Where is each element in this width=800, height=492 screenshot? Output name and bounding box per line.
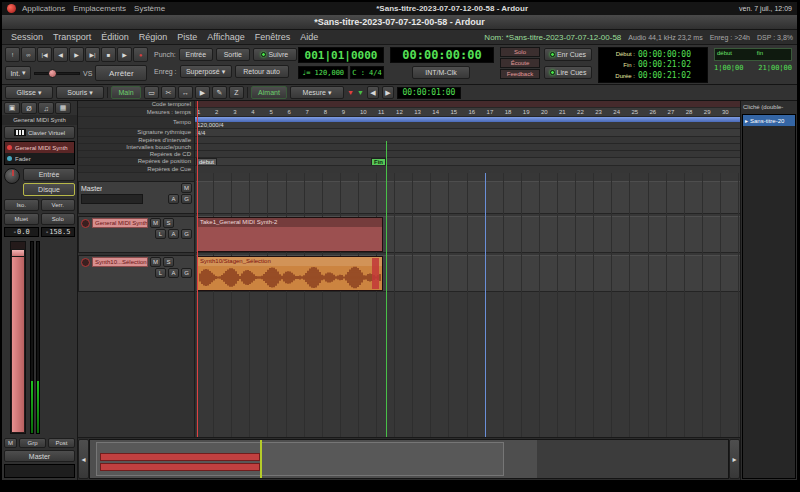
track-name-entry[interactable]: General MIDI Synth xyxy=(92,218,148,228)
snapshot-list-item[interactable]: ▸ Sans-titre-20 xyxy=(743,115,795,126)
location-markers-ruler[interactable]: début Fin xyxy=(195,158,740,166)
phase-icon[interactable]: Ø xyxy=(21,102,37,114)
monitor-select[interactable]: Int.▾ xyxy=(5,66,31,80)
mini-timeline[interactable]: début fin 1¦00¦00 21¦00¦00 xyxy=(714,48,792,72)
summary-scroll-left-button[interactable]: ◂ xyxy=(78,439,89,479)
ruler-label[interactable]: Repères de Cue xyxy=(78,166,194,173)
punch-in-button[interactable]: Entrée xyxy=(179,48,213,61)
smart-mode-button[interactable]: Main xyxy=(111,86,141,99)
menu-item[interactable]: Région xyxy=(134,32,173,42)
menu-item[interactable]: Fenêtres xyxy=(250,32,296,42)
nudge-back-button[interactable]: ◀ xyxy=(367,86,379,99)
input-icon[interactable]: ▣ xyxy=(4,102,20,114)
audition-tool[interactable]: ▶ xyxy=(195,86,210,99)
group-button[interactable]: G xyxy=(181,268,192,278)
menu-item[interactable]: Édition xyxy=(96,32,134,42)
solo-button[interactable]: Solo xyxy=(41,213,76,225)
menu-item[interactable]: Piste xyxy=(172,32,202,42)
snapshot-list[interactable]: ▸ Sans-titre-20 xyxy=(742,114,796,479)
desktop-clock[interactable]: ven. 7 juil., 12:09 xyxy=(739,5,792,12)
meter-display[interactable]: C : 4/4 xyxy=(350,66,384,79)
processor-item[interactable]: General MIDI Synth xyxy=(5,142,74,153)
grid-unit-select[interactable]: Mesure▾ xyxy=(290,86,344,99)
ruler-label[interactable]: Code temporel xyxy=(78,101,194,108)
meter-point-button[interactable]: Post xyxy=(48,438,75,448)
slider-handle[interactable] xyxy=(48,69,57,78)
processor-led[interactable] xyxy=(7,145,12,150)
mouse-mode-select[interactable]: Souris▾ xyxy=(56,86,104,99)
cd-markers-ruler[interactable] xyxy=(195,151,740,158)
feedback-indicator[interactable]: Feedback xyxy=(500,69,540,79)
window-titlebar[interactable]: *Sans-titre-2023-07-07-12-00-58 - Ardour xyxy=(2,15,797,30)
summary-canvas[interactable] xyxy=(89,439,729,479)
record-arm-button[interactable] xyxy=(81,258,90,267)
record-button[interactable]: ● xyxy=(133,47,148,62)
disk-monitor-button[interactable]: Disque xyxy=(23,183,75,196)
signature-marker[interactable]: 4/4 xyxy=(195,129,740,137)
track-mute-button[interactable]: M xyxy=(150,257,161,267)
goto-start-button[interactable]: |◀ xyxy=(37,47,52,62)
group-button[interactable]: G xyxy=(181,229,192,239)
audition-indicator[interactable]: Écoute xyxy=(500,58,540,68)
grab-mode-select[interactable]: Glisse▾ xyxy=(5,86,53,99)
playhead[interactable] xyxy=(197,173,198,437)
track-lane-master[interactable] xyxy=(195,181,740,214)
loop-button[interactable]: ∞ xyxy=(21,47,36,62)
cue-markers-ruler[interactable] xyxy=(195,166,740,173)
record-arm-button[interactable] xyxy=(81,219,90,228)
ruler-label[interactable]: Signature rythmique xyxy=(78,129,194,137)
gain-fader[interactable] xyxy=(10,241,26,434)
stop-transport-button[interactable]: Arrêter xyxy=(95,65,147,81)
processor-led[interactable] xyxy=(7,156,12,161)
desktop-menu[interactable]: Système xyxy=(134,4,165,13)
solo-lock-button[interactable]: Verr. xyxy=(41,199,76,211)
measures-ruler[interactable]: 1234567891011121314151617181920212223242… xyxy=(195,108,740,117)
group-button[interactable]: G xyxy=(181,194,192,204)
track-header-general-midi-synth[interactable]: General MIDI Synth M S L A G xyxy=(78,216,195,253)
bbt-clock[interactable]: 001|01|0000 xyxy=(298,47,384,63)
play-cues-button[interactable]: Lire Cues xyxy=(544,66,592,79)
track-header-synth10[interactable]: Synth10...Sélection M S L A G xyxy=(78,255,195,292)
rewind-button[interactable]: ◀ xyxy=(53,47,68,62)
metering-button[interactable]: M xyxy=(4,438,17,448)
menu-item[interactable]: Session xyxy=(6,32,48,42)
record-mode-select[interactable]: Superposé▾ xyxy=(180,65,232,78)
peak-display[interactable]: -158.5 xyxy=(41,227,76,237)
range-tool[interactable]: ▭ xyxy=(144,86,159,99)
sync-source-button[interactable]: INT/M-Clk xyxy=(412,66,470,79)
zoom-tool[interactable]: Z xyxy=(229,86,244,99)
gain-display[interactable]: -0.0 xyxy=(4,227,39,237)
audio-region[interactable]: Synth10/Stagen_Sélection xyxy=(197,256,383,291)
output-master-button[interactable]: Master xyxy=(4,450,75,462)
midi-region[interactable]: Take1_General MIDI Synth-2 xyxy=(197,217,383,252)
stretch-tool[interactable]: ↔ xyxy=(178,86,193,99)
signature-ruler[interactable]: 4/4 xyxy=(195,129,740,137)
forward-button[interactable]: ▶ xyxy=(69,47,84,62)
play-button[interactable]: ▶ xyxy=(117,47,132,62)
snap-button[interactable]: Aimant xyxy=(251,86,287,99)
group-button[interactable]: Grp xyxy=(19,438,46,448)
timecode-clock[interactable]: 00:00:00:00 xyxy=(390,47,494,63)
punch-out-button[interactable]: Sortie xyxy=(216,48,250,61)
desktop-menu[interactable]: Emplacements xyxy=(73,4,126,13)
comments-box[interactable] xyxy=(4,464,75,478)
tempo-display[interactable]: ♩= 120,000 xyxy=(298,66,348,79)
layers-button[interactable]: L xyxy=(155,268,166,278)
layers-button[interactable]: L xyxy=(155,229,166,239)
menu-item[interactable]: Transport xyxy=(48,32,96,42)
start-marker[interactable]: début xyxy=(196,158,217,166)
track-mute-button[interactable]: M xyxy=(181,183,192,193)
tempo-ruler[interactable]: 120,000/4 xyxy=(195,117,740,129)
draw-tool[interactable]: ✎ xyxy=(212,86,227,99)
monitor-level-slider[interactable] xyxy=(34,66,80,80)
mute-button[interactable]: Muet xyxy=(4,213,39,225)
track-canvas[interactable]: Take1_General MIDI Synth-2 Synth10/Stage… xyxy=(195,173,740,437)
follow-button[interactable]: Suivre xyxy=(253,48,297,61)
menu-item[interactable]: Aide xyxy=(295,32,323,42)
virtual-keyboard-button[interactable]: Clavier Virtuel xyxy=(4,126,75,139)
ruler-label[interactable]: Repères de CD xyxy=(78,151,194,158)
automation-button[interactable]: A xyxy=(168,194,179,204)
track-mute-button[interactable]: M xyxy=(150,218,161,228)
processor-list[interactable]: General MIDI SynthFader xyxy=(4,141,75,165)
track-header-master[interactable]: Master M A G xyxy=(78,181,195,214)
